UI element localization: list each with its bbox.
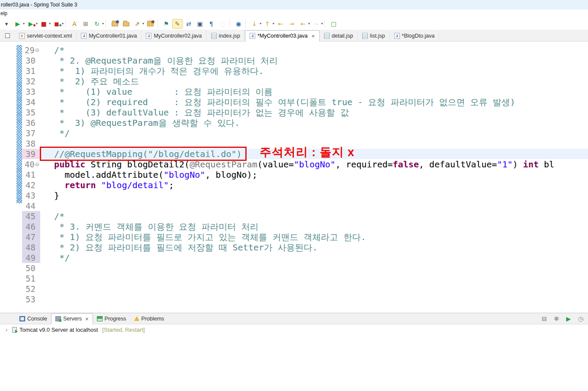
- line-number[interactable]: 43: [22, 190, 40, 201]
- line-number[interactable]: 41: [22, 170, 40, 180]
- fold-collapse-icon[interactable]: ⊖: [35, 161, 39, 167]
- code-text[interactable]: * (3) defaultValue : 요청 파라미터가 없는 경우에 사용할…: [40, 107, 588, 118]
- run-button-dropdown-caret[interactable]: ▾: [23, 22, 25, 26]
- show-selected-element-button[interactable]: ▣: [195, 19, 205, 29]
- open-type-button[interactable]: [109, 19, 120, 29]
- line-number[interactable]: 45: [22, 211, 40, 221]
- line-number[interactable]: 30: [22, 55, 40, 66]
- code-text[interactable]: [40, 273, 588, 284]
- tab-servers[interactable]: Servers×: [51, 313, 93, 324]
- code-editor[interactable]: 29⊖ /*30 * 2. @RequestParam을 이용한 요청 파라미터…: [0, 42, 588, 313]
- code-text[interactable]: * 2. @RequestParam을 이용한 요청 파라미터 처리: [40, 55, 588, 66]
- line-number[interactable]: 38: [22, 138, 40, 149]
- line-number[interactable]: 39: [22, 149, 40, 159]
- code-text[interactable]: */: [40, 253, 588, 263]
- code-text[interactable]: * 3. 커멘드 객체를 이용한 요청 파라미터 처리: [40, 221, 588, 232]
- line-number[interactable]: 47: [22, 232, 40, 242]
- previous-annotation-button[interactable]: ↑: [262, 19, 273, 29]
- tab-mycontroller01java[interactable]: JMyController01.java: [77, 30, 141, 41]
- next-annotation-button-dropdown-caret[interactable]: ▾: [260, 22, 261, 26]
- line-number[interactable]: 31: [22, 66, 40, 76]
- line-number[interactable]: 37: [22, 128, 40, 138]
- back-button[interactable]: ←: [298, 19, 308, 29]
- pin-editor-button[interactable]: ▢: [328, 19, 339, 29]
- line-number[interactable]: 49: [22, 253, 40, 263]
- tab-blogdtojava[interactable]: J*BlogDto.java: [390, 30, 440, 41]
- line-number[interactable]: 29⊖: [22, 45, 40, 55]
- line-number[interactable]: 40⊖: [22, 159, 40, 170]
- new-class-wizard-button[interactable]: A: [69, 19, 80, 29]
- server-row[interactable]: › Tomcat v9.0 Server at localhost [Start…: [0, 324, 588, 333]
- code-text[interactable]: /*: [40, 45, 588, 55]
- pin-class-button[interactable]: ⚑: [161, 19, 171, 29]
- code-text[interactable]: }: [40, 190, 588, 201]
- tab-mycontroller02java[interactable]: JMyController02.java: [141, 30, 206, 41]
- link-with-editor-button[interactable]: ⇄: [183, 19, 194, 29]
- profile-server-icon[interactable]: ◷: [576, 314, 585, 324]
- relaunch-button-dropdown-caret[interactable]: ▾: [62, 22, 64, 26]
- line-number[interactable]: 50: [22, 263, 40, 273]
- menu-item-help[interactable]: elp: [0, 10, 7, 16]
- search-folder-button[interactable]: [145, 19, 155, 29]
- show-whitespace-button[interactable]: ¶: [206, 19, 216, 29]
- toolbar-overflow-caret[interactable]: ▾: [1, 19, 12, 29]
- code-text[interactable]: [40, 284, 588, 294]
- coverage-button[interactable]: ▶: [26, 19, 36, 29]
- line-number[interactable]: 32: [22, 76, 40, 87]
- tab-mycontroller03java[interactable]: J*MyController03.java×: [245, 30, 320, 42]
- stop-button-dropdown-caret[interactable]: ▾: [49, 22, 51, 26]
- line-number[interactable]: 51: [22, 273, 40, 284]
- fold-collapse-icon[interactable]: ⊖: [35, 47, 39, 53]
- stop-button[interactable]: ■: [39, 19, 49, 29]
- mark-occurrences-button[interactable]: ✎: [172, 19, 183, 29]
- refresh-button-dropdown-caret[interactable]: ▾: [102, 22, 104, 26]
- code-text[interactable]: * 2) 주요 메소드: [40, 76, 588, 87]
- back-button-dropdown-caret[interactable]: ▾: [308, 22, 310, 26]
- line-number[interactable]: 46: [22, 221, 40, 232]
- code-text[interactable]: model.addAttribute("blogNo", blogNo);: [40, 170, 588, 180]
- code-text[interactable]: [40, 201, 588, 211]
- start-server-icon[interactable]: ▶: [564, 314, 573, 324]
- tab-detailjsp[interactable]: detail.jsp: [320, 30, 358, 41]
- tab-listjsp[interactable]: list.jsp: [358, 30, 390, 41]
- coverage-button-dropdown-caret[interactable]: ▾: [36, 22, 38, 26]
- line-number[interactable]: 52: [22, 284, 40, 294]
- code-text[interactable]: [40, 294, 588, 304]
- code-text[interactable]: * (2) required : 요청 파라미터의 필수 여부(디폴트 true…: [40, 97, 588, 107]
- collapse-all-icon[interactable]: ⊟: [540, 314, 549, 324]
- open-resource-button[interactable]: [121, 19, 131, 29]
- launch-button[interactable]: ⇗: [132, 19, 142, 29]
- code-text[interactable]: [40, 263, 588, 273]
- code-text[interactable]: */: [40, 128, 588, 138]
- tab-console[interactable]: Console: [16, 313, 51, 324]
- code-text[interactable]: * 1) 파라미터의 개수가 적은 경우에 유용하다.: [40, 66, 588, 76]
- code-text[interactable]: public String blogDetail2(@RequestParam(…: [40, 159, 588, 170]
- server-label[interactable]: Tomcat v9.0 Server at localhost: [19, 327, 98, 333]
- debug-server-icon[interactable]: ❃: [552, 314, 561, 324]
- run-button[interactable]: ▶: [13, 19, 23, 29]
- close-tab-icon[interactable]: ×: [85, 316, 89, 322]
- code-text[interactable]: * 3) @RequestParam을 생략할 수 있다.: [40, 118, 588, 128]
- code-text[interactable]: return "blog/detail";: [40, 180, 588, 190]
- code-text[interactable]: * (1) value : 요청 파라미터의 이름: [40, 87, 588, 97]
- forward-button-dropdown-caret[interactable]: ▾: [321, 22, 323, 26]
- code-text[interactable]: * 1) 요청 파라미터를 필드로 가지고 있는 객체를 커맨드 객체라고 한다…: [40, 232, 588, 242]
- new-package-wizard-button[interactable]: ⊞: [80, 19, 91, 29]
- relaunch-button[interactable]: ◼: [51, 19, 62, 29]
- tab-indexjsp[interactable]: index.jsp: [207, 30, 245, 41]
- next-annotation-button[interactable]: ↓: [249, 19, 260, 29]
- line-number[interactable]: 48: [22, 242, 40, 253]
- refresh-button[interactable]: ↻: [92, 19, 102, 29]
- launch-button-dropdown-caret[interactable]: ▾: [142, 22, 144, 26]
- line-number[interactable]: 36: [22, 118, 40, 128]
- line-number[interactable]: 33: [22, 87, 40, 97]
- tab-servlet-contextxml[interactable]: Xservlet-context.xml: [15, 30, 77, 41]
- open-web-browser-button[interactable]: ◉: [233, 19, 244, 29]
- expand-chevron-icon[interactable]: ›: [3, 327, 10, 333]
- line-number[interactable]: 44: [22, 201, 40, 211]
- previous-annotation-button-dropdown-caret[interactable]: ▾: [273, 22, 274, 26]
- menu-bar[interactable]: elp: [0, 10, 588, 17]
- previous-edit-location-button[interactable]: ←: [275, 19, 286, 29]
- line-number[interactable]: 53: [22, 294, 40, 304]
- next-edit-location-button[interactable]: →: [286, 19, 297, 29]
